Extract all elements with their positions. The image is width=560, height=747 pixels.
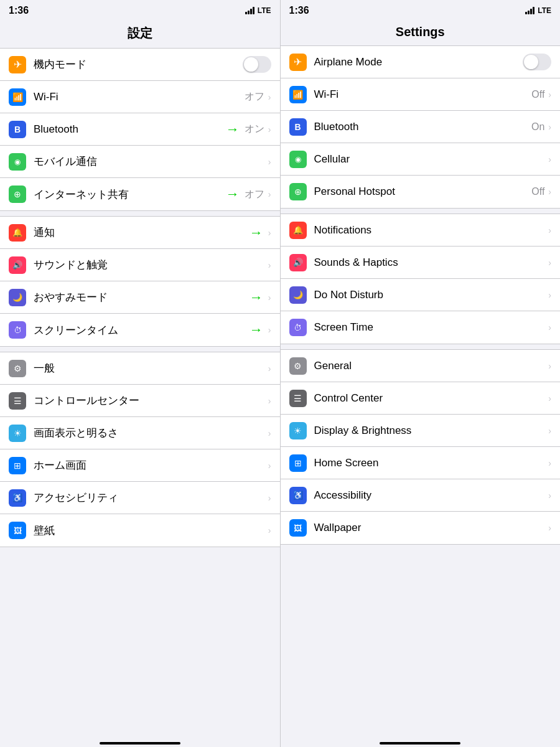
label-wifi-left: Wi-Fi: [34, 91, 245, 103]
label-wallpaper-right: Wallpaper: [314, 522, 549, 534]
label-sounds-right: Sounds & Haptics: [314, 256, 549, 269]
row-wallpaper-left[interactable]: 🖼 壁紙 ›: [0, 514, 280, 547]
row-general-left[interactable]: ⚙ 一般 ›: [0, 352, 280, 385]
label-general-left: 一般: [34, 361, 268, 375]
lte-label-left: LTE: [258, 6, 271, 15]
row-notif-right[interactable]: 🔔 Notifications ›: [281, 214, 561, 247]
label-accessibility-left: アクセシビリティ: [34, 491, 268, 505]
row-airplane-left[interactable]: ✈ 機内モード: [0, 49, 280, 81]
icon-sounds-left: 🔊: [9, 256, 26, 274]
label-bluetooth-right: Bluetooth: [314, 121, 531, 133]
row-controlcenter-left[interactable]: ☰ コントロールセンター ›: [0, 385, 280, 417]
green-arrow-dnd-left: →: [250, 289, 263, 306]
row-cellular-right[interactable]: ◉ Cellular ›: [281, 143, 561, 176]
icon-screentime-left: ⏱: [9, 321, 26, 339]
row-controlcenter-right[interactable]: ☰ Control Center ›: [281, 382, 561, 415]
green-arrow-notif-left: →: [250, 225, 263, 241]
row-dnd-left[interactable]: 🌙 おやすみモード → ›: [0, 281, 280, 314]
status-bar-left: 1:36 LTE: [0, 0, 280, 20]
icon-general-left: ⚙: [9, 360, 26, 377]
row-screentime-left[interactable]: ⏱ スクリーンタイム → ›: [0, 314, 280, 346]
icon-wifi-left: 📶: [9, 88, 26, 106]
icon-hotspot-left: ⊕: [9, 186, 26, 203]
label-wifi-right: Wi-Fi: [314, 88, 532, 101]
home-indicator-right: [380, 742, 460, 745]
section-notif-right: 🔔 Notifications › 🔊 Sounds & Haptics › 🌙…: [281, 214, 561, 344]
label-airplane-right: Airplane Mode: [314, 56, 523, 68]
chevron-notif-left: ›: [268, 228, 271, 238]
icon-cellular-right: ◉: [289, 151, 307, 168]
chevron-controlcenter-left: ›: [268, 396, 271, 406]
signal-bars-left: [245, 7, 254, 14]
icon-cellular-left: ◉: [9, 153, 26, 171]
row-wifi-left[interactable]: 📶 Wi-Fi オフ ›: [0, 81, 280, 113]
icon-sounds-right: 🔊: [289, 254, 307, 271]
signal-bar-r3: [530, 9, 532, 14]
row-cellular-left[interactable]: ◉ モバイル通信 ›: [0, 146, 280, 178]
value-bluetooth-right: On: [531, 121, 544, 133]
chevron-wallpaper-right: ›: [548, 523, 551, 533]
row-wifi-right[interactable]: 📶 Wi-Fi Off ›: [281, 78, 561, 111]
green-arrow-screentime-left: →: [250, 322, 263, 338]
chevron-hotspot-right: ›: [548, 187, 551, 197]
icon-notif-right: 🔔: [289, 222, 307, 239]
icon-display-right: ☀: [289, 422, 307, 439]
row-sounds-left[interactable]: 🔊 サウンドと触覚 ›: [0, 249, 280, 281]
row-hotspot-right[interactable]: ⊕ Personal Hotspot Off ›: [281, 176, 561, 208]
row-notif-left[interactable]: 🔔 通知 → ›: [0, 217, 280, 249]
toggle-thumb-airplane-right: [524, 55, 538, 69]
chevron-controlcenter-right: ›: [548, 393, 551, 403]
label-cellular-right: Cellular: [314, 153, 549, 166]
chevron-sounds-right: ›: [548, 258, 551, 268]
row-wallpaper-right[interactable]: 🖼 Wallpaper ›: [281, 512, 561, 544]
row-bluetooth-left[interactable]: B Bluetooth → オン ›: [0, 113, 280, 146]
toggle-airplane-right[interactable]: [523, 54, 551, 70]
label-general-right: General: [314, 360, 549, 372]
row-screentime-right[interactable]: ⏱ Screen Time ›: [281, 311, 561, 344]
settings-list-left: ✈ 機内モード 📶 Wi-Fi オフ › B: [0, 48, 280, 738]
toggle-airplane-left[interactable]: [243, 56, 271, 73]
icon-screentime-right: ⏱: [289, 319, 307, 336]
right-panel: 1:36 LTE Settings ✈ Airplane Mode: [281, 0, 561, 747]
home-indicator-left: [100, 742, 180, 745]
row-hotspot-left[interactable]: ⊕ インターネット共有 → オフ ›: [0, 178, 280, 210]
icon-dnd-right: 🌙: [289, 286, 307, 304]
label-controlcenter-right: Control Center: [314, 392, 549, 405]
value-hotspot-left: オフ: [245, 188, 264, 201]
row-homescreen-left[interactable]: ⊞ ホーム画面 ›: [0, 449, 280, 482]
row-bluetooth-right[interactable]: B Bluetooth On ›: [281, 111, 561, 143]
status-bar-right: 1:36 LTE: [281, 0, 561, 20]
chevron-general-left: ›: [268, 364, 271, 374]
section-general-left: ⚙ 一般 › ☰ コントロールセンター › ☀ 画面表示と明るさ ›: [0, 352, 280, 547]
label-airplane-left: 機内モード: [34, 57, 243, 72]
icon-hotspot-right: ⊕: [289, 183, 307, 200]
label-display-right: Display & Brightness: [314, 425, 549, 437]
label-accessibility-right: Accessibility: [314, 489, 549, 502]
row-airplane-right[interactable]: ✈ Airplane Mode: [281, 46, 561, 78]
icon-wallpaper-right: 🖼: [289, 519, 307, 537]
icon-general-right: ⚙: [289, 357, 307, 375]
row-accessibility-right[interactable]: ♿ Accessibility ›: [281, 479, 561, 512]
page-title-right: Settings: [281, 20, 561, 45]
label-notif-right: Notifications: [314, 224, 549, 237]
page-title-left: 設定: [0, 20, 280, 48]
row-display-right[interactable]: ☀ Display & Brightness ›: [281, 415, 561, 447]
row-general-right[interactable]: ⚙ General ›: [281, 350, 561, 382]
row-display-left[interactable]: ☀ 画面表示と明るさ ›: [0, 417, 280, 449]
left-panel: 1:36 LTE 設定 ✈ 機内モード: [0, 0, 280, 747]
row-dnd-right[interactable]: 🌙 Do Not Disturb ›: [281, 279, 561, 311]
icon-accessibility-left: ♿: [9, 489, 26, 507]
chevron-homescreen-left: ›: [268, 461, 271, 471]
row-homescreen-right[interactable]: ⊞ Home Screen ›: [281, 447, 561, 479]
signal-bar-4: [253, 7, 254, 14]
signal-bar-r1: [525, 12, 527, 14]
status-time-right: 1:36: [289, 5, 309, 16]
status-time-left: 1:36: [9, 5, 29, 16]
row-accessibility-left[interactable]: ♿ アクセシビリティ ›: [0, 482, 280, 514]
chevron-display-left: ›: [268, 428, 271, 438]
section-network-right: ✈ Airplane Mode 📶 Wi-Fi Off › B: [281, 45, 561, 209]
toggle-thumb-airplane-left: [244, 57, 258, 72]
row-sounds-right[interactable]: 🔊 Sounds & Haptics ›: [281, 247, 561, 279]
chevron-bluetooth-right: ›: [548, 122, 551, 132]
value-bluetooth-left: オン: [245, 123, 264, 136]
